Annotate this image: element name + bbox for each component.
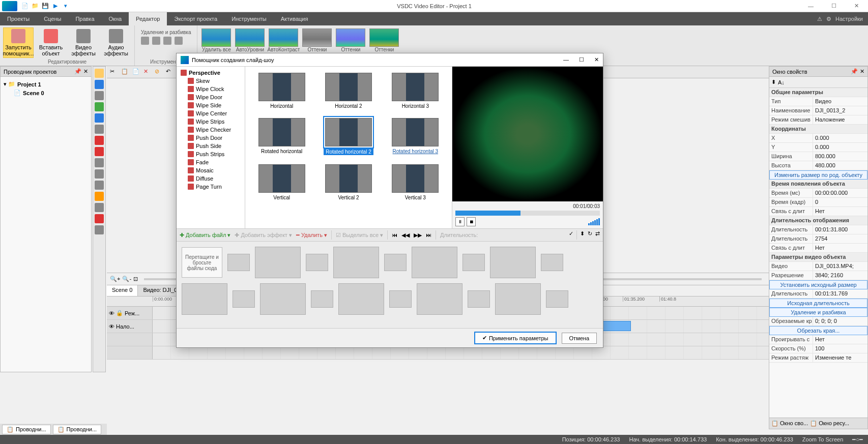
qat-save-icon[interactable]: 💾 (42, 3, 49, 10)
drop-slot[interactable] (255, 247, 301, 278)
pin-icon[interactable]: 📌 (74, 68, 81, 75)
menu-activation[interactable]: Активация (274, 12, 315, 25)
zoom-in-icon[interactable]: 🔍+ (110, 276, 120, 282)
prop-value[interactable]: Нет (813, 207, 867, 216)
last-icon[interactable]: ⏭ (426, 232, 431, 238)
dialog-effect-cell[interactable]: Vertical 2 (316, 162, 381, 202)
prop-value[interactable]: Нет (813, 244, 867, 252)
prop-crop-button[interactable]: Обрезать края... (769, 326, 867, 335)
timeline-tab-scene[interactable]: Scene 0 (107, 285, 138, 296)
drop-slot[interactable] (541, 254, 563, 271)
prop-value[interactable]: Нет (813, 335, 867, 344)
prop-value[interactable]: DJI_0013_2 (813, 106, 867, 115)
dialog-close-button[interactable]: ✕ (594, 56, 599, 63)
menu-export[interactable]: Экспорт проекта (167, 12, 224, 25)
align-icon[interactable]: ⬍ (580, 230, 585, 240)
drop-slot[interactable] (384, 254, 407, 271)
next-icon[interactable]: ▶▶ (414, 232, 422, 239)
dialog-category-item[interactable]: Mosaic (179, 166, 243, 174)
qat-play-icon[interactable]: ▶ (52, 3, 59, 10)
dialog-category-item[interactable]: Skew (179, 77, 243, 85)
menu-projects[interactable]: Проекты (0, 12, 37, 25)
close-panel-icon[interactable]: ✕ (860, 68, 864, 75)
ribbon-thumb[interactable]: Оттенки (301, 28, 333, 52)
az-sort-icon[interactable]: A↓ (778, 79, 785, 85)
prop-value[interactable]: 480.000 (813, 161, 867, 170)
dialog-category-header[interactable]: Perspective (179, 69, 243, 77)
dialog-effect-cell[interactable]: Rotated horizontal 3 (383, 116, 448, 157)
dialog-add-file-button[interactable]: ✚ Добавить файл ▾ (180, 232, 230, 239)
dialog-maximize-button[interactable]: ☐ (579, 56, 584, 63)
warning-icon[interactable]: ⚠ (817, 16, 822, 22)
drop-slot[interactable] (490, 247, 536, 278)
dialog-drop-area[interactable]: Перетащите и бросьте файлы сюда (177, 242, 603, 328)
preview-stop-button[interactable]: ⏹ (467, 217, 476, 226)
ribbon-audiofx-button[interactable]: Аудио эффекты (101, 27, 131, 58)
prop-value[interactable]: Наложение (813, 115, 867, 124)
prop-section[interactable]: Параметры видео объекта (769, 253, 867, 261)
menu-editor[interactable]: Редактор (129, 12, 167, 25)
dialog-category-item[interactable]: Push Side (179, 142, 243, 150)
zoom-fit-icon[interactable]: ⊡ (133, 276, 138, 282)
split-icon[interactable] (152, 37, 160, 45)
dialog-effect-cell[interactable]: Horizontal (249, 71, 314, 111)
drop-slot[interactable] (306, 254, 328, 271)
menu-windows[interactable]: Окна (102, 12, 129, 25)
ribbon-delsplit-label[interactable]: Удаление и разбивка (141, 29, 191, 35)
prop-section[interactable]: Время появления объекта (769, 180, 867, 188)
drop-slot[interactable] (468, 290, 490, 308)
dialog-category-item[interactable]: Fade (179, 158, 243, 166)
gear-icon[interactable]: ⚙ (826, 16, 831, 22)
person-tool-icon[interactable] (95, 192, 104, 201)
preview-progress[interactable] (455, 211, 600, 216)
film-tool-icon[interactable] (95, 225, 104, 234)
rotate-icon[interactable] (175, 37, 183, 45)
prop-value[interactable]: Видео (813, 97, 867, 106)
ribbon-thumb[interactable]: АвтоУровни (234, 28, 266, 52)
rect-tool-icon[interactable] (95, 80, 104, 89)
dialog-category-item[interactable]: Wipe Clock (179, 85, 243, 93)
ribbon-wizard-button[interactable]: Запустить помощник... (3, 27, 34, 58)
dialog-category-item[interactable]: Page Turn (179, 183, 243, 191)
dialog-category-item[interactable]: Wipe Checker (179, 126, 243, 134)
qat-new-icon[interactable]: 📄 (21, 3, 28, 10)
undo-icon[interactable]: ↶ (166, 68, 174, 76)
prop-value[interactable]: 00:01:31.800 (813, 225, 867, 234)
tree-scene-node[interactable]: 📄 Scene 0 (4, 88, 88, 97)
music-tool-icon[interactable] (95, 214, 104, 223)
drop-slot[interactable] (260, 283, 306, 315)
prop-value[interactable]: 3840; 2160 (813, 271, 867, 280)
bottom-tab-explorer1[interactable]: 📋 Проводни... (2, 425, 51, 434)
prev-icon[interactable]: ◀◀ (401, 232, 410, 239)
dialog-titlebar[interactable]: Помощник создания слайд-шоу — ☐ ✕ (177, 53, 603, 67)
tree-project-node[interactable]: ▾ 📁 Project 1 (4, 80, 88, 88)
dialog-category-item[interactable]: Wipe Center (179, 109, 243, 117)
preview-volume[interactable] (588, 218, 600, 225)
prop-value[interactable]: DJI_0013.MP4; (813, 262, 867, 271)
drop-slot[interactable] (333, 247, 379, 278)
shape-tool-icon[interactable] (95, 113, 104, 123)
drop-slot[interactable] (462, 254, 485, 271)
sort-icon[interactable]: ⬍ (771, 79, 776, 85)
prop-section[interactable]: Координаты (769, 125, 867, 133)
copy-icon[interactable]: 📋 (121, 68, 129, 76)
ribbon-thumb[interactable]: Оттенки (335, 28, 366, 52)
dialog-cancel-button[interactable]: Отмена (562, 333, 597, 344)
text-tool-icon[interactable] (95, 136, 104, 145)
bottom-tab-explorer2[interactable]: 📋 Проводни... (53, 425, 102, 434)
prop-value[interactable]: 100 (813, 344, 867, 353)
pin-icon[interactable]: 📌 (851, 68, 858, 75)
drop-slot[interactable] (495, 283, 541, 315)
cursor-tool-icon[interactable] (95, 69, 104, 78)
rotate-icon[interactable]: ↻ (588, 230, 592, 240)
qat-open-icon[interactable]: 📁 (32, 3, 39, 10)
minimize-button[interactable]: — (799, 0, 822, 12)
drop-slot[interactable] (546, 290, 568, 308)
dialog-category-item[interactable]: Push Door (179, 134, 243, 142)
menu-edit[interactable]: Правка (68, 12, 101, 25)
menu-settings[interactable]: Настройки (835, 16, 863, 22)
menu-scenes[interactable]: Сцены (37, 12, 68, 25)
prop-value[interactable]: Изменение те (813, 353, 867, 362)
check-icon[interactable]: ✓ (569, 230, 573, 240)
chart-tool-icon[interactable] (95, 181, 104, 190)
